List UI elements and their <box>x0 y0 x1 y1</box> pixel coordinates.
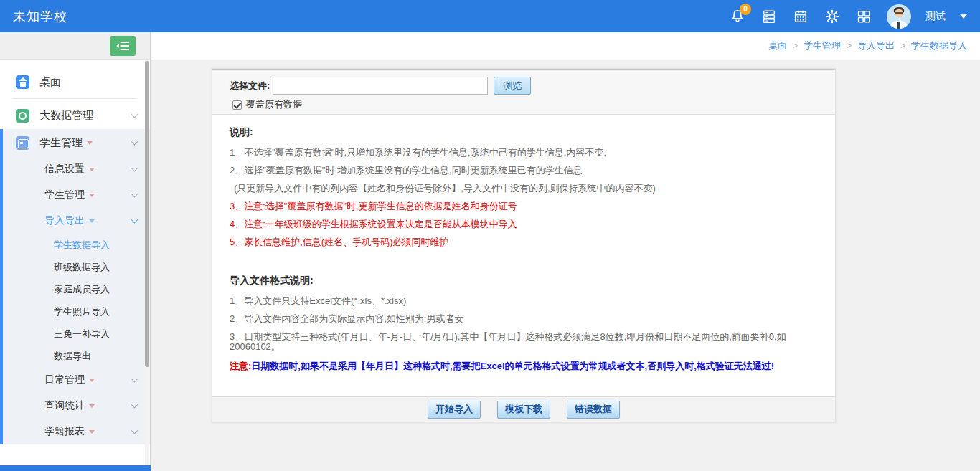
error-data-button[interactable]: 错误数据 <box>567 401 620 419</box>
sidebar-collapse-button[interactable] <box>110 36 136 56</box>
breadcrumb-item-3[interactable]: 学生数据导入 <box>911 39 967 52</box>
browse-button[interactable]: 浏览 <box>494 77 531 95</box>
action-button-bar: 开始导入模板下载错误数据 <box>212 396 835 422</box>
sidebar-item-label: 学籍报表 <box>44 425 85 438</box>
sidebar-item-query-stats[interactable]: 查询统计 <box>0 393 150 419</box>
sidebar-item-label: 桌面 <box>39 75 61 89</box>
instruction-line-4: 3、注意:选择"覆盖原有数据"时,更新学生信息的依据是姓名和身份证号 <box>230 201 818 211</box>
chevron-down-icon <box>131 401 138 409</box>
file-path-input[interactable] <box>273 77 488 95</box>
sidebar-item-label: 学生管理 <box>39 136 83 150</box>
main-content: 选择文件: 浏览 覆盖原有数据 说明: 1、不选择"覆盖原有数据"时,只增加系统… <box>151 60 980 471</box>
calendar-icon[interactable] <box>792 8 809 25</box>
grid-icon[interactable] <box>855 8 872 25</box>
overwrite-checkbox[interactable] <box>232 100 242 110</box>
breadcrumb-item-2[interactable]: 导入导出 <box>857 39 895 52</box>
sidebar-divider <box>13 98 137 99</box>
note-prefix: 注意: <box>230 361 251 371</box>
chevron-down-icon <box>131 111 138 118</box>
sidebar-item-class-data-import[interactable]: 班级数据导入 <box>0 256 150 278</box>
sidebar-item-label: 家庭成员导入 <box>54 283 110 296</box>
username[interactable]: 测试 <box>925 10 946 23</box>
breadcrumb-separator: > <box>900 41 905 51</box>
sidebar-bottom-bar <box>0 465 151 471</box>
format-title: 导入文件格式说明: <box>230 275 818 287</box>
school-name: 未知学校 <box>0 8 67 25</box>
sidebar-item-label: 查询统计 <box>44 399 85 412</box>
overwrite-label: 覆盖原有数据 <box>246 98 302 111</box>
home-icon <box>16 75 29 89</box>
triangle-down-icon <box>87 141 93 145</box>
sidebar-item-student-data-import[interactable]: 学生数据导入 <box>0 234 150 256</box>
sidebar-item-label: 学生管理 <box>44 189 85 201</box>
template-download-button[interactable]: 模板下载 <box>497 401 550 419</box>
triangle-down-icon <box>89 404 95 408</box>
sidebar-item-label: 日常管理 <box>44 374 85 386</box>
format-line-1: 1、导入文件只支持Excel文件(*.xls、*.xlsx) <box>230 296 818 306</box>
sidebar-item-label: 班级数据导入 <box>54 261 110 274</box>
bell-icon[interactable]: 0 <box>729 8 746 25</box>
header-actions: 0 <box>729 4 980 29</box>
sidebar-top-bar <box>0 32 151 60</box>
gear-icon-glyph <box>824 9 840 24</box>
sidebar-item-label: 大数据管理 <box>39 109 93 123</box>
breadcrumb-separator: > <box>847 41 852 51</box>
sidebar-item-bigdata[interactable]: 大数据管理 <box>0 102 150 129</box>
calendar-icon-glyph <box>793 9 809 24</box>
bigdata-icon <box>16 109 29 123</box>
notification-badge: 0 <box>740 4 751 15</box>
gear-icon[interactable] <box>824 8 841 25</box>
breadcrumb-item-0[interactable]: 桌面 <box>768 39 787 52</box>
instructions-section: 说明: 1、不选择"覆盖原有数据"时,只增加系统里没有的学生信息;系统中已有的学… <box>212 115 835 396</box>
breadcrumb-separator: > <box>793 41 798 51</box>
server-icon-glyph <box>761 9 777 24</box>
sidebar-item-subsidy-import[interactable]: 三免一补导入 <box>0 323 150 345</box>
overwrite-row: 覆盖原有数据 <box>232 98 302 111</box>
user-avatar[interactable] <box>887 4 911 29</box>
instruction-line-2: 2、选择"覆盖原有数据"时,增加系统里没有的学生信息,同时更新系统里已有的学生信… <box>230 166 818 176</box>
sidebar-item-data-export[interactable]: 数据导出 <box>0 345 150 367</box>
sidebar-item-label: 数据导出 <box>54 350 91 363</box>
triangle-down-icon <box>89 379 95 382</box>
note-text: 日期数据时,如果不是采用【年月日】这种格式时,需要把Excel的单元格格式设置为… <box>251 361 774 371</box>
file-select-section: 选择文件: 浏览 覆盖原有数据 <box>212 69 835 115</box>
sidebar-item-import-export[interactable]: 导入导出 <box>0 208 150 234</box>
sidebar-item-label: 学生数据导入 <box>54 239 110 252</box>
sidebar-item-student-mgmt[interactable]: 学生管理 <box>0 129 150 156</box>
server-icon[interactable] <box>760 8 778 25</box>
menu-fold-icon <box>116 40 130 52</box>
format-lines: 1、导入文件只支持Excel文件(*.xls、*.xlsx)2、导入文件内容全部… <box>230 296 818 352</box>
sidebar-scrollbar-thumb[interactable] <box>145 61 149 367</box>
breadcrumb: 桌面>学生管理>导入导出>学生数据导入 <box>151 32 980 60</box>
sidebar-item-label: 信息设置 <box>44 163 85 176</box>
idcard-icon <box>16 136 29 150</box>
sidebar: 桌面大数据管理学生管理信息设置学生管理导入导出学生数据导入班级数据导入家庭成员导… <box>0 60 151 471</box>
triangle-down-icon <box>89 430 95 434</box>
chevron-down-icon <box>131 217 138 224</box>
instruction-line-5: 4、注意:一年级班级的学生根据系统设置来决定是否能从本模块中导入 <box>230 219 818 229</box>
sidebar-item-daily-mgmt[interactable]: 日常管理 <box>0 367 150 393</box>
instruction-line-3: (只更新导入文件中有的列内容【姓名和身份证号除外】,导入文件中没有的列,则保持系… <box>230 184 818 194</box>
user-menu-caret-icon[interactable] <box>960 14 967 19</box>
sidebar-item-student-photo-import[interactable]: 学生照片导入 <box>0 300 150 323</box>
file-select-label: 选择文件: <box>230 80 270 92</box>
instruction-line-6: 5、家长信息维护,信息(姓名、手机号码)必须同时维护 <box>230 237 818 247</box>
sidebar-item-label: 导入导出 <box>44 214 85 227</box>
sidebar-item-family-member-import[interactable]: 家庭成员导入 <box>0 278 150 300</box>
triangle-down-icon <box>89 168 95 171</box>
sidebar-item-student-mgmt-sub[interactable]: 学生管理 <box>0 182 150 208</box>
sidebar-item-info-settings[interactable]: 信息设置 <box>0 156 150 182</box>
chevron-down-icon <box>131 191 138 198</box>
format-line-3: 3、日期类型支持三种格式(年月日、年-月-日、年/月/日),其中【年月日】这种格… <box>230 332 818 352</box>
sidebar-item-status-report[interactable]: 学籍报表 <box>0 419 150 444</box>
sidebar-menu: 桌面大数据管理学生管理信息设置学生管理导入导出学生数据导入班级数据导入家庭成员导… <box>0 60 150 444</box>
sidebar-item-label: 学生照片导入 <box>54 305 110 318</box>
start-import-button[interactable]: 开始导入 <box>428 401 481 419</box>
import-panel: 选择文件: 浏览 覆盖原有数据 说明: 1、不选择"覆盖原有数据"时,只增加系统… <box>212 68 836 422</box>
sidebar-item-desktop[interactable]: 桌面 <box>0 68 150 95</box>
instruction-lines: 1、不选择"覆盖原有数据"时,只增加系统里没有的学生信息;系统中已有的学生信息,… <box>230 148 818 247</box>
breadcrumb-item-1[interactable]: 学生管理 <box>804 39 841 52</box>
avatar-glasses <box>895 12 903 14</box>
instruction-line-1: 1、不选择"覆盖原有数据"时,只增加系统里没有的学生信息;系统中已有的学生信息,… <box>230 148 818 158</box>
chevron-down-icon <box>131 138 138 146</box>
